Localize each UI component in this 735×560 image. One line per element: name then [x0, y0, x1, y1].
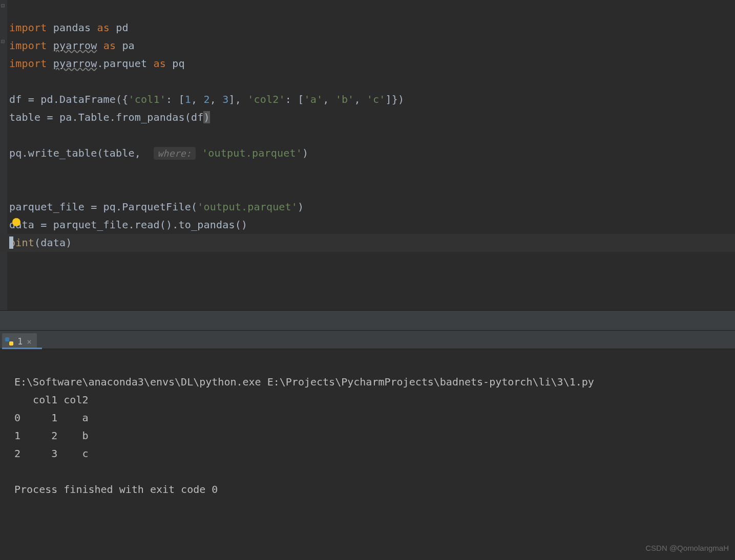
string-literal: 'output.parquet' [202, 147, 302, 159]
keyword-as: as [97, 21, 109, 34]
number: 3 [222, 93, 228, 105]
module-pyarrow: pyarrow [53, 39, 97, 52]
string-literal: 'c' [367, 93, 386, 105]
string-literal: 'output.parquet' [197, 201, 298, 213]
run-tab-bar: 1 × [0, 331, 735, 349]
watermark: CSDN @QomolangmaH [645, 539, 729, 557]
pane-divider[interactable] [0, 310, 735, 331]
code-content[interactable]: import pandas as pd import pyarrow as pa… [9, 1, 404, 270]
keyword-import: import [9, 21, 47, 34]
module-pandas: pandas [53, 21, 91, 34]
run-console[interactable]: E:\Software\anaconda3\envs\DL\python.exe… [0, 349, 735, 560]
code-text: parquet_file = pq.ParquetFile( [9, 201, 197, 213]
attr-parquet: parquet [103, 57, 148, 70]
string-literal: 'b' [335, 93, 354, 105]
close-icon[interactable]: × [27, 337, 32, 347]
code-text: table = pa.Table.from_pandas(df [9, 111, 203, 123]
text-caret [9, 236, 13, 249]
number: 2 [204, 93, 210, 105]
alias-pd: pd [116, 21, 128, 34]
console-output-row: 0 1 a [14, 412, 89, 424]
keyword-import: import [9, 57, 47, 70]
gutter: ⊟ ⊟ [0, 0, 7, 310]
string-literal: 'col2' [247, 93, 285, 105]
fold-marker-icon[interactable]: ⊟ [1, 39, 6, 44]
keyword-as: as [154, 57, 166, 70]
console-output-header: col1 col2 [14, 394, 89, 406]
number: 1 [185, 93, 191, 105]
code-text: df = pd.DataFrame({ [9, 93, 129, 105]
parameter-hint: where: [154, 147, 196, 160]
string-literal: 'a' [304, 93, 323, 105]
code-text: data = parquet_file.read().to_pandas() [9, 219, 247, 231]
string-literal: 'col1' [129, 93, 166, 105]
tab-label: 1 [17, 336, 23, 347]
fold-marker-icon[interactable]: ⊟ [1, 3, 6, 8]
code-text: pq.write_table(table, [9, 147, 147, 159]
module-pyarrow: pyarrow [53, 57, 97, 70]
console-command: E:\Software\anaconda3\envs\DL\python.exe… [14, 376, 594, 388]
intention-bulb-icon[interactable] [12, 218, 20, 226]
keyword-as: as [103, 39, 116, 52]
python-icon [5, 337, 13, 346]
alias-pq: pq [172, 57, 184, 70]
console-exit-line: Process finished with exit code 0 [14, 483, 218, 496]
console-output-row: 2 3 c [14, 447, 89, 460]
keyword-import: import [9, 39, 47, 52]
alias-pa: pa [122, 39, 134, 52]
run-config-tab[interactable]: 1 × [2, 333, 37, 349]
code-editor[interactable]: ⊟ ⊟ import pandas as pd import pyarrow a… [0, 0, 735, 310]
console-output-row: 1 2 b [14, 429, 89, 442]
matched-paren: ) [203, 111, 209, 123]
